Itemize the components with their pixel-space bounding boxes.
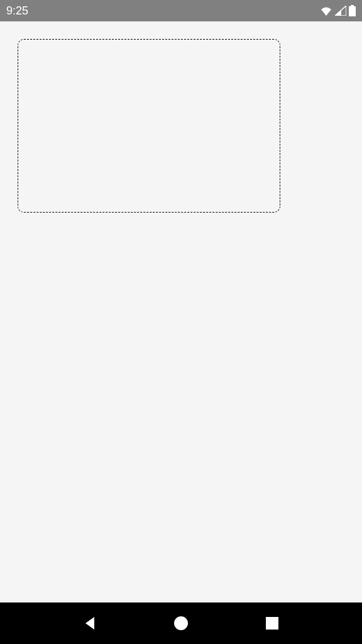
battery-icon (349, 5, 356, 16)
status-icons (320, 5, 356, 16)
status-bar: 9:25 (0, 0, 362, 21)
home-button[interactable] (168, 611, 194, 636)
svg-rect-1 (349, 6, 356, 16)
main-content (0, 21, 362, 230)
svg-rect-0 (351, 5, 354, 6)
svg-point-2 (174, 616, 188, 630)
status-time: 9:25 (6, 4, 28, 18)
wifi-icon (320, 6, 332, 16)
navigation-bar (0, 602, 362, 644)
dashed-placeholder-box (18, 39, 280, 213)
svg-rect-3 (266, 617, 278, 630)
recent-apps-button[interactable] (260, 611, 285, 636)
signal-icon (335, 6, 346, 16)
back-button[interactable] (77, 611, 102, 636)
